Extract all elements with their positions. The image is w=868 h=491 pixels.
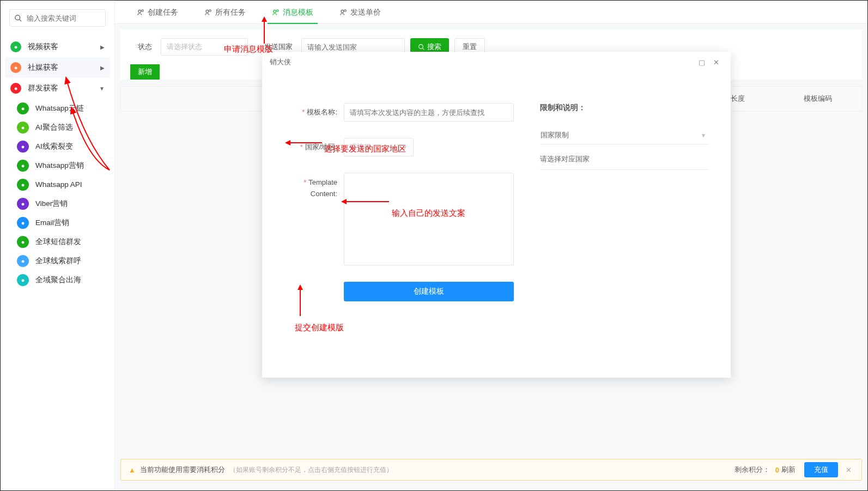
- chevron-icon: ▶: [100, 44, 105, 50]
- svg-point-5: [209, 9, 211, 11]
- sidebar-item-label: 全域聚合出海: [35, 275, 81, 285]
- sidebar-search[interactable]: [9, 9, 106, 27]
- sidebar-item-label: Viber营销: [35, 199, 68, 209]
- tab-price[interactable]: 发送单价: [326, 1, 394, 24]
- create-template-button[interactable]: 创建模板: [344, 282, 514, 301]
- sidebar-cat-video[interactable]: ●视频获客▶: [5, 37, 110, 57]
- recharge-button[interactable]: 充值: [804, 462, 838, 477]
- tab-label: 所有任务: [215, 8, 246, 17]
- sidebar-item-label: 全球短信群发: [35, 237, 81, 247]
- category-icon: ●: [10, 41, 21, 52]
- tab-icon: [272, 9, 280, 16]
- sidebar-item-ai-split[interactable]: ●AI线索裂变: [5, 137, 110, 156]
- template-name-label: *模板名称:: [284, 103, 344, 122]
- sidebar-item-email[interactable]: ●Email营销: [5, 213, 110, 232]
- sidebar-item-sms[interactable]: ●全球短信群发: [5, 232, 110, 251]
- new-button[interactable]: 新增: [130, 64, 160, 80]
- svg-point-8: [341, 10, 344, 13]
- sidebar-item-call[interactable]: ●全球线索群呼: [5, 251, 110, 270]
- filter-country-label: 发送国家: [264, 42, 293, 52]
- app-icon: ●: [17, 102, 29, 114]
- limit-country-select[interactable]: 国家限制 ▼: [540, 126, 709, 144]
- tab-label: 创建任务: [148, 8, 178, 17]
- sidebar-item-label: Whatsapp营销: [35, 161, 84, 171]
- tabs-bar: 创建任务所有任务消息模板发送单价: [115, 1, 867, 24]
- sidebar-item-label: AI聚合筛选: [35, 123, 73, 132]
- category-icon: ●: [10, 62, 21, 73]
- app-icon: ●: [17, 274, 29, 286]
- tab-icon: [137, 9, 144, 16]
- category-label: 群发获客: [28, 83, 58, 93]
- category-label: 视频获客: [28, 42, 58, 52]
- chevron-down-icon: ▼: [402, 144, 408, 150]
- sidebar-item-ai-filter[interactable]: ●AI聚合筛选: [5, 118, 110, 137]
- template-region-select[interactable]: 请选择 ▼: [344, 138, 414, 156]
- close-icon[interactable]: ✕: [709, 58, 723, 66]
- modal-form: *模板名称: *国家/地区: 请选择 ▼ *Template Conte: [284, 103, 524, 367]
- app-icon: ●: [17, 160, 29, 172]
- search-icon: [14, 14, 22, 22]
- footer-close-icon[interactable]: ✕: [843, 466, 854, 474]
- sidebar-item-label: AI线索裂变: [35, 142, 73, 151]
- tab-icon: [339, 9, 347, 16]
- sidebar-item-whatsapp-mkt[interactable]: ●Whatsapp营销: [5, 156, 110, 175]
- tab-all[interactable]: 所有任务: [191, 1, 259, 24]
- svg-point-3: [142, 9, 144, 11]
- svg-line-1: [19, 19, 21, 21]
- sidebar-item-label: Email营销: [35, 218, 69, 228]
- filter-status-select[interactable]: 请选择状态 ▼: [161, 38, 248, 56]
- search-icon: [418, 44, 425, 51]
- modal-info: 限制和说明： 国家限制 ▼ 请选择对应国家: [524, 103, 709, 367]
- footer-msg: 当前功能使用需要消耗积分: [140, 465, 225, 475]
- template-content-label: *Template Content:: [284, 173, 344, 265]
- tab-create[interactable]: 创建任务: [124, 1, 191, 24]
- limit-title: 限制和说明：: [540, 103, 709, 113]
- refresh-button[interactable]: 刷新: [781, 465, 796, 475]
- footer-tip: （如果账号剩余积分不足，点击右侧充值按钮进行充值）: [229, 465, 393, 475]
- footer-points-value: 0: [775, 466, 779, 474]
- footer-bar: ▲ 当前功能使用需要消耗积分 （如果账号剩余积分不足，点击右侧充值按钮进行充值）…: [120, 459, 862, 481]
- template-name-input[interactable]: [344, 103, 514, 122]
- sidebar-item-global[interactable]: ●全域聚合出海: [5, 270, 110, 289]
- svg-point-7: [277, 9, 279, 11]
- sidebar-item-whatsapp-api[interactable]: ●Whatsapp API: [5, 175, 110, 194]
- tab-template[interactable]: 消息模板: [259, 1, 326, 24]
- main: 创建任务所有任务消息模板发送单价 状态 请选择状态 ▼ 发送国家 搜索 重置 新…: [115, 1, 867, 490]
- create-template-modal: 销大侠 ▢ ✕ *模板名称: *国家/地区: 请选择 ▼: [262, 52, 731, 378]
- modal-title: 销大侠: [270, 57, 291, 67]
- sidebar-item-viber[interactable]: ●Viber营销: [5, 194, 110, 213]
- app-icon: ●: [17, 122, 29, 134]
- tab-label: 发送单价: [350, 8, 381, 17]
- maximize-icon[interactable]: ▢: [695, 58, 709, 66]
- category-label: 社媒获客: [28, 63, 58, 72]
- app-icon: ●: [17, 236, 29, 248]
- tab-icon: [204, 9, 212, 16]
- sidebar-cat-social[interactable]: ●社媒获客▶: [5, 57, 110, 78]
- filter-status-placeholder: 请选择状态: [167, 42, 202, 52]
- sidebar-item-label: 全球线索群呼: [35, 256, 81, 266]
- sidebar-cat-mass[interactable]: ●群发获客▼: [5, 78, 110, 99]
- svg-point-10: [419, 44, 423, 49]
- app-icon: ●: [17, 141, 29, 153]
- chevron-icon: ▼: [99, 86, 105, 92]
- chevron-down-icon: ▼: [236, 44, 242, 50]
- svg-line-11: [422, 48, 424, 50]
- svg-point-6: [274, 10, 276, 13]
- svg-point-4: [206, 10, 209, 13]
- sidebar-search-input[interactable]: [22, 14, 118, 22]
- sidebar: ●视频获客▶●社媒获客▶●群发获客▼ ●Whatsapp云链●AI聚合筛选●AI…: [1, 1, 115, 490]
- svg-point-0: [15, 15, 20, 20]
- template-region-label: *国家/地区:: [284, 138, 344, 156]
- sidebar-item-label: Whatsapp API: [35, 180, 82, 189]
- filter-status-label: 状态: [138, 42, 152, 52]
- template-content-textarea[interactable]: [344, 173, 514, 265]
- sidebar-item-whatsapp-cloud[interactable]: ●Whatsapp云链: [5, 99, 110, 118]
- sidebar-item-label: Whatsapp云链: [35, 104, 84, 113]
- warning-icon: ▲: [129, 466, 136, 474]
- app-icon: ●: [17, 217, 29, 229]
- svg-point-9: [344, 9, 347, 11]
- chevron-down-icon: ▼: [701, 132, 706, 138]
- app-icon: ●: [17, 198, 29, 210]
- category-icon: ●: [10, 83, 21, 94]
- app-icon: ●: [17, 255, 29, 267]
